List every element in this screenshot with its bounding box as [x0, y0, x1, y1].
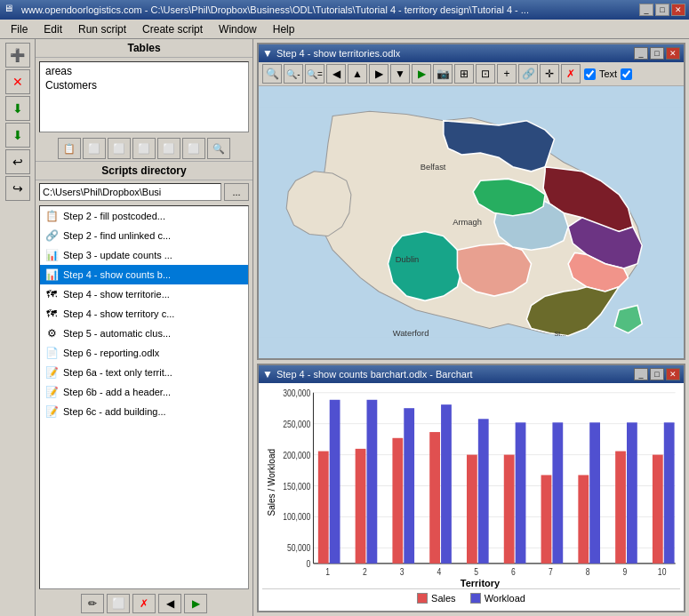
- list-item[interactable]: 🗺 Step 4 - show territory c...: [40, 304, 248, 324]
- add-layer-button[interactable]: +: [497, 64, 517, 84]
- bar[interactable]: [664, 422, 675, 564]
- list-item[interactable]: 🔗 Step 2 - find unlinked c...: [40, 226, 248, 245]
- svg-text:6: 6: [511, 566, 516, 577]
- extra-checkbox[interactable]: [621, 68, 632, 80]
- menu-file[interactable]: File: [4, 21, 35, 37]
- chart-close-button[interactable]: ✕: [666, 368, 680, 380]
- download-button-2[interactable]: ⬇: [5, 123, 30, 148]
- edit-script-button[interactable]: ✏: [81, 594, 104, 613]
- list-item[interactable]: 🗺 Step 4 - show territorie...: [40, 284, 248, 304]
- list-item[interactable]: 📊 Step 3 - update counts ...: [40, 245, 248, 265]
- script-btn-6[interactable]: ⬜: [182, 138, 205, 159]
- zoom-out-button[interactable]: 🔍-: [284, 64, 303, 84]
- svg-text:4: 4: [437, 566, 442, 577]
- list-item[interactable]: 📝 Step 6b - add a header...: [40, 382, 248, 402]
- menu-edit[interactable]: Edit: [36, 21, 69, 37]
- pan-up-button[interactable]: ▲: [348, 64, 367, 84]
- maximize-button[interactable]: □: [655, 4, 669, 16]
- list-item-selected[interactable]: 📊 Step 4 - show counts b...: [40, 265, 248, 284]
- delete-map-button[interactable]: ✗: [561, 64, 581, 84]
- table-item-areas[interactable]: areas: [42, 64, 246, 78]
- zoom-fit-button[interactable]: 🔍=: [305, 64, 324, 84]
- map-window-controls[interactable]: _ □ ✕: [634, 47, 680, 60]
- map-maximize-button[interactable]: □: [650, 47, 664, 60]
- script-btn-2[interactable]: ⬜: [83, 138, 106, 159]
- bar[interactable]: [441, 404, 452, 564]
- bar[interactable]: [541, 475, 552, 563]
- new-script-button[interactable]: ⬜: [107, 594, 130, 613]
- text-checkbox[interactable]: [584, 68, 596, 80]
- bar[interactable]: [615, 452, 626, 564]
- bar[interactable]: [552, 422, 563, 564]
- svg-text:2: 2: [363, 566, 367, 577]
- menu-window[interactable]: Window: [212, 21, 264, 37]
- pan-right-button[interactable]: ▶: [369, 64, 389, 84]
- grid2-button[interactable]: ⊡: [476, 64, 495, 84]
- list-item[interactable]: 📝 Step 6c - add building...: [40, 402, 248, 421]
- bar[interactable]: [578, 475, 589, 563]
- map-area[interactable]: Belfast Armagh Dublin Waterford St...: [259, 86, 684, 358]
- map-svg: Belfast Armagh Dublin Waterford St...: [259, 86, 684, 358]
- script-icon-11: 📝: [44, 404, 60, 420]
- script-btn-4[interactable]: ⬜: [132, 138, 156, 159]
- add-button[interactable]: ➕: [5, 43, 30, 68]
- pan-down-button[interactable]: ▼: [390, 64, 410, 84]
- map-minimize-button[interactable]: _: [634, 47, 648, 60]
- minimize-button[interactable]: _: [639, 4, 653, 16]
- scripts-browse-button[interactable]: ...: [224, 183, 249, 201]
- bar[interactable]: [478, 419, 489, 564]
- script-btn-7[interactable]: 🔍: [207, 138, 230, 159]
- script-action-buttons: 📋 ⬜ ⬜ ⬜ ⬜ ⬜ 🔍: [36, 136, 252, 161]
- chart-main-area: 300,000 250,000 200,000 150,000 100,000 …: [280, 387, 680, 578]
- bar[interactable]: [318, 452, 329, 564]
- scripts-path-input[interactable]: [39, 183, 221, 201]
- play-button[interactable]: ▶: [412, 64, 431, 84]
- chart-maximize-button[interactable]: □: [650, 368, 664, 380]
- bar[interactable]: [404, 408, 414, 564]
- table-item-customers[interactable]: Customers: [42, 78, 246, 92]
- list-item[interactable]: 📄 Step 6 - reporting.odlx: [40, 343, 248, 363]
- pan-left-button[interactable]: ◀: [326, 64, 346, 84]
- bar[interactable]: [467, 455, 477, 564]
- undo-button[interactable]: ↩: [5, 149, 30, 174]
- bar[interactable]: [627, 422, 637, 564]
- link-button[interactable]: 🔗: [518, 64, 538, 84]
- bar[interactable]: [516, 422, 526, 564]
- script-icon-3: 📊: [44, 247, 60, 263]
- list-item[interactable]: 📝 Step 6a - text only territ...: [40, 363, 248, 382]
- chart-window-controls[interactable]: _ □ ✕: [634, 368, 680, 380]
- list-item[interactable]: 📋 Step 2 - fill postcoded...: [40, 206, 248, 226]
- bar[interactable]: [392, 438, 403, 564]
- bar[interactable]: [589, 422, 600, 564]
- grid-button[interactable]: ⊞: [454, 64, 474, 84]
- list-item[interactable]: ⚙ Step 5 - automatic clus...: [40, 324, 248, 343]
- chart-minimize-button[interactable]: _: [634, 368, 648, 380]
- menu-help[interactable]: Help: [266, 21, 302, 37]
- bar[interactable]: [653, 455, 663, 564]
- svg-text:Dublin: Dublin: [396, 255, 420, 264]
- screenshot-button[interactable]: 📷: [433, 64, 453, 84]
- bar[interactable]: [330, 400, 340, 564]
- bar[interactable]: [504, 455, 515, 564]
- script-icon-4: 📊: [44, 267, 60, 283]
- bar[interactable]: [367, 400, 378, 564]
- legend-sales-label: Sales: [431, 593, 456, 604]
- bar[interactable]: [356, 449, 366, 564]
- menu-run-script[interactable]: Run script: [71, 21, 133, 37]
- bar[interactable]: [429, 432, 440, 564]
- menu-create-script[interactable]: Create script: [135, 21, 210, 37]
- delete-red-button[interactable]: ✕: [5, 69, 30, 94]
- redo-button[interactable]: ↪: [5, 176, 30, 201]
- cross-button[interactable]: ✛: [540, 64, 559, 84]
- stop-button[interactable]: ✗: [132, 594, 156, 613]
- script-btn-1[interactable]: 📋: [58, 138, 81, 159]
- prev-button[interactable]: ◀: [158, 594, 181, 613]
- zoom-in-button[interactable]: 🔍: [262, 64, 282, 84]
- map-close-button[interactable]: ✕: [666, 47, 680, 60]
- script-btn-3[interactable]: ⬜: [108, 138, 131, 159]
- window-controls[interactable]: _ □ ✕: [639, 4, 685, 16]
- script-btn-5[interactable]: ⬜: [157, 138, 180, 159]
- close-button[interactable]: ✕: [671, 4, 685, 16]
- download-button-1[interactable]: ⬇: [5, 96, 30, 121]
- run-button[interactable]: ▶: [184, 594, 207, 613]
